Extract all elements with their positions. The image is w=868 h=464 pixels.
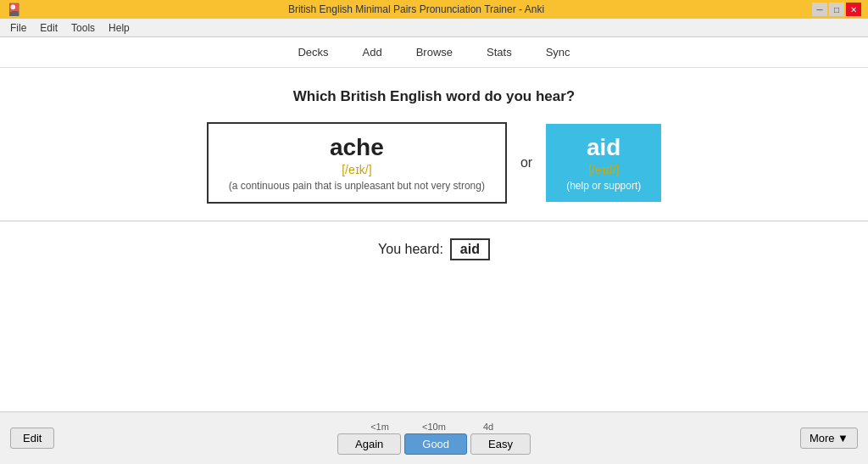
word-aid-definition: (help or support) xyxy=(566,180,641,192)
word-aid: aid xyxy=(566,134,641,161)
window-title: British English Minimal Pairs Pronunciat… xyxy=(20,3,812,15)
nav-add[interactable]: Add xyxy=(356,42,389,62)
easy-button[interactable]: Easy xyxy=(470,433,531,455)
word-ache: ache xyxy=(229,134,485,161)
restore-button[interactable]: □ xyxy=(829,3,844,16)
time-label-good: <10m xyxy=(407,422,461,432)
time-label-easy: 4d xyxy=(461,422,515,432)
word-aid-ipa: [/eɪd/] xyxy=(566,163,641,176)
answer-btns-row: Again Good Easy xyxy=(337,433,531,455)
nav-bar: Decks Add Browse Stats Sync xyxy=(0,37,868,68)
menu-edit[interactable]: Edit xyxy=(33,20,64,36)
menu-tools[interactable]: Tools xyxy=(64,20,102,36)
words-row: ache [/eɪk/] (a continuous pain that is … xyxy=(207,122,661,204)
close-button[interactable]: ✕ xyxy=(846,3,861,16)
word-ache-ipa: [/eɪk/] xyxy=(229,163,485,176)
word-ache-definition: (a continuous pain that is unpleasant bu… xyxy=(229,180,485,192)
menu-help[interactable]: Help xyxy=(102,20,136,36)
or-separator: or xyxy=(520,155,532,171)
question-text: Which British English word do you hear? xyxy=(293,88,575,105)
minimize-button[interactable]: ─ xyxy=(812,3,827,16)
time-label-again: <1m xyxy=(353,422,407,432)
time-labels: <1m <10m 4d xyxy=(353,422,515,432)
edit-button[interactable]: Edit xyxy=(10,428,54,449)
good-button[interactable]: Good xyxy=(404,433,467,455)
again-button[interactable]: Again xyxy=(337,433,401,455)
answer-buttons-container: <1m <10m 4d Again Good Easy xyxy=(337,422,531,455)
more-button[interactable]: More ▼ xyxy=(800,428,858,449)
menu-file[interactable]: File xyxy=(3,20,33,36)
word-ache-box[interactable]: ache [/eɪk/] (a continuous pain that is … xyxy=(207,122,507,204)
word-aid-box[interactable]: aid [/eɪd/] (help or support) xyxy=(546,124,661,202)
main-content: Which British English word do you hear? … xyxy=(0,68,868,411)
app-icon: 🎴 xyxy=(7,3,20,16)
title-bar: 🎴 British English Minimal Pairs Pronunci… xyxy=(0,0,868,19)
window-controls: ─ □ ✕ xyxy=(812,3,861,16)
bottom-bar: Edit <1m <10m 4d Again Good Easy More ▼ xyxy=(0,411,868,464)
heard-label: You heard: xyxy=(378,242,443,257)
nav-stats[interactable]: Stats xyxy=(480,42,519,62)
heard-word: aid xyxy=(450,238,490,260)
heard-row: You heard: aid xyxy=(378,238,490,260)
divider xyxy=(0,221,868,221)
nav-decks[interactable]: Decks xyxy=(291,42,335,62)
nav-sync[interactable]: Sync xyxy=(539,42,577,62)
nav-browse[interactable]: Browse xyxy=(409,42,459,62)
menu-bar: File Edit Tools Help xyxy=(0,19,868,37)
